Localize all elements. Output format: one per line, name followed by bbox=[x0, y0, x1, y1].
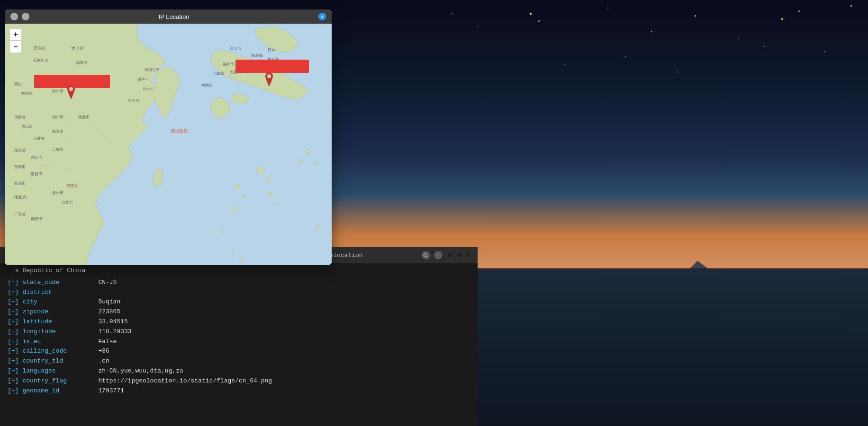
svg-text:東京都: 東京都 bbox=[251, 53, 262, 58]
map-titlebar: IP Location ✕ bbox=[5, 9, 332, 24]
svg-text:南昌市: 南昌市 bbox=[31, 172, 42, 176]
svg-text:福岡市: 福岡市 bbox=[201, 83, 213, 88]
svg-text:安徽省: 安徽省 bbox=[33, 136, 45, 141]
svg-point-58 bbox=[221, 231, 224, 233]
row-longitude: [+] longitude 118.29333 bbox=[8, 327, 470, 337]
svg-point-6 bbox=[437, 255, 438, 256]
row-languages: [+] languages zh-CN,yue,wuu,dta,ug,za bbox=[8, 366, 470, 376]
svg-text:金沢市: 金沢市 bbox=[230, 46, 241, 51]
redacted-label-2 bbox=[235, 60, 309, 73]
svg-text:南通市: 南通市 bbox=[78, 115, 90, 119]
svg-text:台北市: 台北市 bbox=[62, 200, 73, 204]
svg-text:长沙市: 长沙市 bbox=[14, 181, 26, 186]
svg-text:南京市: 南京市 bbox=[52, 129, 63, 133]
svg-text:天津市: 天津市 bbox=[33, 46, 46, 51]
svg-text:石家庄市: 石家庄市 bbox=[33, 58, 48, 62]
svg-text:广东省: 广东省 bbox=[14, 212, 26, 216]
svg-point-61 bbox=[257, 167, 264, 174]
row-city: [+] city Suqian bbox=[8, 297, 470, 307]
svg-point-63 bbox=[268, 192, 272, 196]
dot-3[interactable] bbox=[465, 252, 472, 258]
svg-text:岳阳市: 岳阳市 bbox=[14, 165, 26, 169]
map-window-controls bbox=[10, 13, 29, 20]
map-close-button[interactable]: ✕ bbox=[318, 13, 326, 20]
svg-point-69 bbox=[69, 87, 73, 91]
row-zipcode: [+] zipcode 223865 bbox=[8, 307, 470, 317]
terminal-dot-buttons bbox=[446, 252, 472, 258]
svg-point-68 bbox=[316, 225, 319, 229]
svg-point-65 bbox=[299, 159, 303, 163]
svg-text:上饶市: 上饶市 bbox=[52, 147, 63, 151]
dot-1[interactable] bbox=[446, 252, 453, 258]
map-window: IP Location ✕ 北省 天津市 大 bbox=[5, 9, 332, 265]
svg-point-59 bbox=[232, 249, 235, 252]
svg-text:日本: 日本 bbox=[268, 48, 275, 52]
map-pin-japan[interactable] bbox=[263, 72, 275, 87]
svg-text:제주시: 제주시 bbox=[128, 98, 139, 103]
svg-text:揭阳市: 揭阳市 bbox=[31, 217, 42, 221]
svg-point-55 bbox=[235, 185, 239, 189]
svg-text:大连市: 大连市 bbox=[71, 46, 84, 51]
svg-text:대한민국: 대한민국 bbox=[145, 68, 160, 72]
svg-text:福井市: 福井市 bbox=[223, 62, 234, 66]
republic-line: s Republic of China bbox=[8, 266, 470, 276]
svg-text:鹿児島郡: 鹿児島郡 bbox=[171, 129, 188, 133]
terminal-controls bbox=[422, 251, 472, 259]
row-geoname-id: [+] geoname_id 1793771 bbox=[8, 386, 470, 396]
svg-text:宿州市: 宿州市 bbox=[52, 115, 63, 119]
terminal-window: kaptaan@PEACOCK: ~/Programming/Python/Pr… bbox=[0, 247, 478, 426]
map-minimize-button[interactable] bbox=[10, 13, 18, 20]
map-title: IP Location bbox=[29, 13, 318, 20]
zoom-out-button[interactable]: − bbox=[9, 41, 22, 53]
row-country-tld: [+] country_tld .cn bbox=[8, 356, 470, 366]
svg-point-62 bbox=[265, 178, 270, 182]
svg-text:福建省: 福建省 bbox=[66, 184, 78, 188]
svg-point-57 bbox=[232, 206, 237, 211]
dot-2[interactable] bbox=[456, 252, 462, 258]
svg-text:衡阳市: 衡阳市 bbox=[14, 195, 27, 200]
map-pin-china[interactable] bbox=[65, 85, 77, 99]
svg-text:武汉市: 武汉市 bbox=[31, 155, 42, 160]
row-country-flag: [+] country_flag https://ipgeolocation.i… bbox=[8, 376, 470, 386]
svg-text:광주시: 광주시 bbox=[137, 77, 149, 81]
row-district: [+] district bbox=[8, 288, 470, 298]
svg-text:西山: 西山 bbox=[14, 82, 22, 86]
svg-text:徐州市: 徐州市 bbox=[52, 89, 63, 93]
svg-text:郑州市: 郑州市 bbox=[21, 91, 33, 96]
svg-point-56 bbox=[242, 195, 246, 198]
map-content[interactable]: 北省 天津市 大连市 石家庄市 沈阳市 西山 郑州市 徐州市 河南省 周口市 宿… bbox=[5, 24, 332, 265]
svg-point-70 bbox=[267, 74, 271, 78]
row-latitude: [+] latitude 33.94515 bbox=[8, 317, 470, 327]
svg-line-4 bbox=[426, 256, 428, 257]
row-calling-code: [+] calling_code +86 bbox=[8, 346, 470, 356]
svg-text:河南省: 河南省 bbox=[14, 115, 26, 119]
svg-text:부산시: 부산시 bbox=[142, 87, 154, 91]
svg-point-60 bbox=[240, 258, 244, 262]
svg-text:湖北省: 湖北省 bbox=[14, 148, 26, 152]
svg-text:広島市: 広島市 bbox=[213, 71, 225, 76]
map-close-control: ✕ bbox=[318, 13, 326, 20]
svg-point-66 bbox=[306, 149, 310, 154]
terminal-search-icon[interactable] bbox=[422, 251, 430, 259]
svg-point-64 bbox=[276, 202, 279, 205]
map-zoom-controls: + − bbox=[9, 28, 22, 53]
terminal-menu-icon[interactable] bbox=[434, 251, 443, 259]
svg-point-5 bbox=[437, 253, 438, 254]
svg-point-7 bbox=[437, 257, 438, 257]
terminal-content: s Republic of China [+] state_code CN-JS… bbox=[0, 263, 478, 426]
map-maximize-button[interactable] bbox=[22, 13, 29, 20]
svg-text:泉州市: 泉州市 bbox=[52, 191, 63, 195]
svg-point-3 bbox=[424, 253, 426, 256]
row-is-eu: [+] is_eu False bbox=[8, 337, 470, 347]
svg-text:周口市: 周口市 bbox=[21, 124, 33, 129]
zoom-in-button[interactable]: + bbox=[9, 28, 22, 41]
svg-text:沈阳市: 沈阳市 bbox=[76, 61, 87, 65]
row-state-code: [+] state_code CN-JS bbox=[8, 278, 470, 288]
svg-point-67 bbox=[314, 162, 316, 165]
